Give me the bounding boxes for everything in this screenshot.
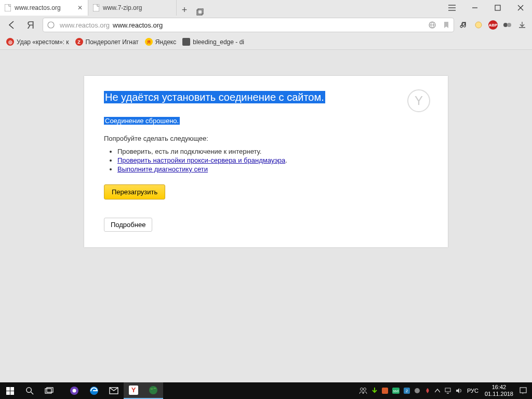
taskbar-app-yandex-browser[interactable]: Y xyxy=(124,382,143,399)
error-try-label: Попробуйте сделать следующее: xyxy=(104,135,428,142)
downloads-icon[interactable] xyxy=(517,20,527,30)
svg-point-32 xyxy=(363,388,366,391)
favicon: Z xyxy=(75,38,83,46)
bookmark-label: bleeding_edge - di xyxy=(193,38,244,46)
taskbar-app-mail[interactable] xyxy=(104,382,124,399)
search-button[interactable] xyxy=(20,382,39,399)
tray-icon[interactable] xyxy=(412,382,422,399)
svg-rect-18 xyxy=(6,391,10,395)
svg-point-20 xyxy=(26,387,31,392)
svg-rect-8 xyxy=(495,5,500,10)
svg-rect-0 xyxy=(5,4,11,11)
adblock-icon[interactable]: ABP xyxy=(488,20,498,30)
proxy-settings-link[interactable]: Проверить настройки прокси-сервера и бра… xyxy=(117,156,285,164)
suggestion-item: Проверить настройки прокси-сервера и бра… xyxy=(117,156,428,164)
address-host-gray: www.reactos.org xyxy=(60,21,110,29)
clock[interactable]: 16:42 01.11.2018 xyxy=(481,384,517,397)
taskbar: Y ssd 2 РУС 16:42 01.11.2018 xyxy=(0,382,532,399)
svg-point-38 xyxy=(415,388,420,393)
favicon: ◎ xyxy=(6,38,14,46)
bookmark-item[interactable]: ◎ Удар «крестом»: к xyxy=(6,38,69,46)
tray-ssd-icon[interactable]: ssd xyxy=(390,382,402,399)
maximize-button[interactable] xyxy=(486,0,509,16)
svg-text:ssd: ssd xyxy=(393,389,398,393)
back-button[interactable] xyxy=(5,18,19,32)
page-content: Y Не удаётся установить соединение с сай… xyxy=(0,50,532,382)
svg-rect-1 xyxy=(93,4,99,11)
tray-icon[interactable] xyxy=(380,382,390,399)
svg-point-14 xyxy=(503,23,508,27)
svg-rect-33 xyxy=(382,388,388,394)
bookmark-label: Удар «крестом»: к xyxy=(17,38,69,46)
tray-icon[interactable]: 2 xyxy=(402,382,412,399)
svg-point-30 xyxy=(149,386,157,394)
tray-people-icon[interactable] xyxy=(357,382,369,399)
page-icon xyxy=(92,4,100,11)
suggestion-item: Выполните диагностику сети xyxy=(117,165,428,173)
minimize-button[interactable] xyxy=(463,0,486,16)
svg-rect-22 xyxy=(45,389,51,393)
svg-text:2: 2 xyxy=(406,389,408,393)
tab-close-icon[interactable]: ✕ xyxy=(76,4,84,11)
extension-icon-2[interactable] xyxy=(503,20,512,30)
error-title: Не удаётся установить соединение с сайто… xyxy=(104,91,325,103)
taskbar-app-edge[interactable] xyxy=(84,382,104,399)
site-info-icon[interactable] xyxy=(45,21,57,29)
tray-volume-icon[interactable] xyxy=(454,382,465,399)
svg-point-11 xyxy=(48,22,54,28)
svg-point-31 xyxy=(360,388,363,391)
tray-network-icon[interactable] xyxy=(442,382,454,399)
language-indicator[interactable]: РУС xyxy=(465,382,481,399)
address-host: www.reactos.org xyxy=(113,21,423,29)
suggestion-item: Проверить, есть ли подключение к интерне… xyxy=(117,148,428,155)
taskbar-app-globe[interactable] xyxy=(143,382,163,399)
bookmark-item[interactable]: Z Пондеролет Игнат xyxy=(75,38,139,46)
tab-7zip[interactable]: www.7-zip.org xyxy=(88,0,177,16)
svg-line-21 xyxy=(31,392,33,394)
new-tab-button[interactable]: + xyxy=(177,5,192,16)
task-view-button[interactable] xyxy=(39,382,59,399)
translate-icon[interactable] xyxy=(427,21,438,29)
close-window-button[interactable] xyxy=(509,0,532,16)
tabs-overview-icon[interactable] xyxy=(192,8,208,16)
folder-icon xyxy=(182,38,190,46)
tab-title: www.7-zip.org xyxy=(103,4,172,11)
bookmark-label: Пондеролет Игнат xyxy=(86,38,139,46)
svg-point-25 xyxy=(73,389,76,393)
taskbar-app-alisa[interactable] xyxy=(64,382,84,399)
bookmark-label: Яндекс xyxy=(155,38,176,46)
tab-reactos[interactable]: www.reactos.org ✕ xyxy=(0,0,88,16)
yandex-logo-icon: Y xyxy=(407,89,430,112)
svg-rect-17 xyxy=(10,387,14,391)
svg-point-15 xyxy=(507,23,511,27)
clock-date: 01.11.2018 xyxy=(485,391,513,397)
notifications-icon[interactable] xyxy=(517,382,529,399)
reload-button[interactable]: Перезагрузить xyxy=(104,184,165,200)
favicon: Я xyxy=(145,38,153,46)
tray-icon[interactable] xyxy=(422,382,433,399)
bookmark-item[interactable]: bleeding_edge - di xyxy=(182,38,244,46)
bookmark-item[interactable]: Я Яндекс xyxy=(145,38,176,46)
tab-title: www.reactos.org xyxy=(15,4,73,11)
error-subtitle: Соединение сброшено. xyxy=(104,117,180,125)
details-button[interactable]: Подробнее xyxy=(104,218,152,232)
tray-download-icon[interactable] xyxy=(369,382,380,399)
network-diagnostics-link[interactable]: Выполните диагностику сети xyxy=(117,165,208,173)
svg-rect-23 xyxy=(47,388,53,392)
menu-button[interactable] xyxy=(441,0,463,16)
bookmark-icon[interactable] xyxy=(441,21,451,29)
start-button[interactable] xyxy=(0,382,20,399)
svg-rect-19 xyxy=(10,391,14,395)
error-card: Y Не удаётся установить соединение с сай… xyxy=(84,76,448,247)
yandex-logo-icon[interactable]: Я xyxy=(24,18,37,32)
music-extension-icon[interactable] xyxy=(459,20,469,30)
tray-chevron-up-icon[interactable] xyxy=(433,382,442,399)
page-icon xyxy=(4,4,11,11)
svg-rect-41 xyxy=(520,388,526,393)
svg-point-13 xyxy=(475,22,482,28)
svg-rect-39 xyxy=(445,388,450,392)
address-bar[interactable]: www.reactos.org www.reactos.org xyxy=(43,18,454,32)
extension-icon[interactable] xyxy=(474,20,483,30)
clock-time: 16:42 xyxy=(485,384,513,391)
svg-text:Y: Y xyxy=(131,386,136,394)
